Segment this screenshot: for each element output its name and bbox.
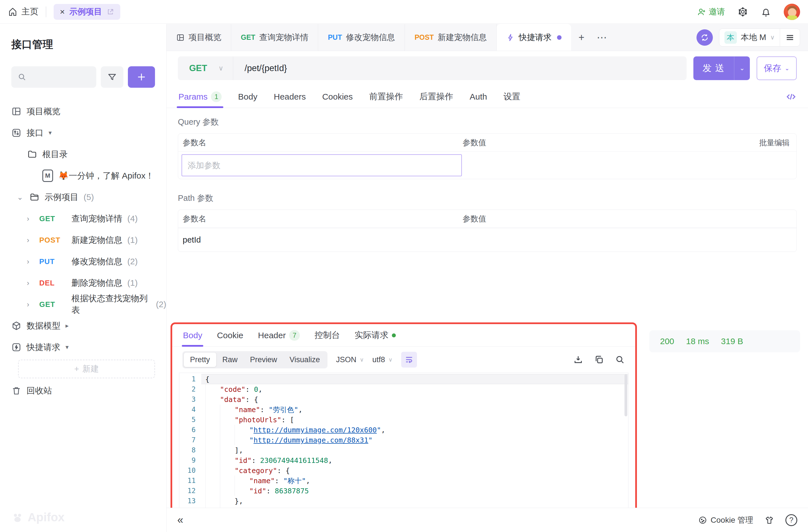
url-input[interactable]: /pet/{petId} <box>233 63 287 73</box>
code-line[interactable]: 8], <box>179 445 628 455</box>
code-view-icon[interactable] <box>786 92 796 102</box>
code-line[interactable]: 6"http://dummyimage.com/120x600", <box>179 425 628 435</box>
view-mode-preview[interactable]: Preview <box>244 353 283 367</box>
request-tab-设置[interactable]: 设置 <box>503 86 520 108</box>
request-tab-Cookies[interactable]: Cookies <box>322 86 353 108</box>
add-param-input[interactable] <box>182 154 462 176</box>
tab-quick-request[interactable]: 快捷请求 <box>497 24 571 51</box>
line-number: 3 <box>179 396 201 403</box>
method-dropdown[interactable]: GET ∨ <box>178 56 233 80</box>
sidebar-doc-item[interactable]: M 🦊一分钟，了解 Apifox！ <box>0 165 166 187</box>
request-tab-Params[interactable]: Params1 <box>179 86 222 108</box>
line-content: "code": 0, <box>201 384 628 394</box>
code-line[interactable]: 5"photoUrls": [ <box>179 415 628 425</box>
indent-guide <box>205 496 220 506</box>
chevron-right-icon[interactable]: › <box>27 279 34 287</box>
filter-button[interactable] <box>101 66 123 88</box>
new-request-button[interactable]: + 新建 <box>18 360 155 378</box>
tab-项目概览[interactable]: 项目概览 <box>167 24 231 51</box>
sidebar-folder-example[interactable]: ⌄ 示例项目 (5) <box>0 187 166 208</box>
code-line[interactable]: 11"name": "称十", <box>179 476 628 486</box>
sidebar-item-quick-request[interactable]: 快捷请求 ▾ <box>0 337 166 358</box>
encoding-dropdown[interactable]: utf8 ∨ <box>372 356 393 364</box>
new-tab-button[interactable]: + <box>571 24 591 51</box>
code-line[interactable]: 3"data": { <box>179 394 628 404</box>
env-menu-button[interactable] <box>780 28 800 46</box>
scrollbar-thumb[interactable] <box>624 374 627 416</box>
search-input[interactable] <box>11 66 96 88</box>
response-tab-控制台[interactable]: 控制台 <box>314 324 340 346</box>
collapse-sidebar-icon[interactable]: « <box>177 514 183 526</box>
external-link-icon[interactable] <box>107 8 114 16</box>
add-button[interactable] <box>128 66 155 88</box>
project-tab[interactable]: × 示例项目 <box>54 4 120 20</box>
sidebar-item-project-overview[interactable]: 项目概览 <box>0 101 166 122</box>
sidebar-endpoint[interactable]: ›PUT修改宠物信息(2) <box>0 251 166 272</box>
response-tab-Body[interactable]: Body <box>183 324 202 346</box>
download-icon[interactable] <box>573 355 583 365</box>
bell-icon[interactable] <box>760 6 771 17</box>
response-tab-Header[interactable]: Header7 <box>258 324 300 346</box>
sidebar-endpoint[interactable]: ›GET查询宠物详情(4) <box>0 208 166 229</box>
format-dropdown[interactable]: JSON ∨ <box>336 356 364 364</box>
home-button[interactable]: 主页 <box>8 6 38 18</box>
close-icon[interactable]: × <box>60 7 65 16</box>
line-content: ], <box>201 445 628 455</box>
sidebar-folder-root[interactable]: 根目录 <box>0 144 166 165</box>
request-tab-后置操作[interactable]: 后置操作 <box>420 86 454 108</box>
param-name-cell[interactable]: petId <box>178 235 462 245</box>
copy-icon[interactable] <box>594 355 604 365</box>
search-icon[interactable] <box>615 355 625 365</box>
save-button[interactable]: 保存 ⌄ <box>757 56 797 80</box>
indent-guide <box>205 486 220 496</box>
code-line[interactable]: 4"name": "劳引色", <box>179 404 628 415</box>
code-line[interactable]: 13}, <box>179 496 628 506</box>
send-dropdown-chevron[interactable]: ⌄ <box>734 56 750 80</box>
chevron-right-icon[interactable]: › <box>27 257 34 266</box>
code-line[interactable]: 2"code": 0, <box>179 384 628 394</box>
code-line[interactable]: 10"category": { <box>179 466 628 476</box>
word-wrap-button[interactable] <box>401 352 417 367</box>
theme-icon[interactable] <box>765 515 774 525</box>
response-tab-label: 实际请求 <box>354 329 388 341</box>
sidebar-endpoint[interactable]: ›POST新建宠物信息(1) <box>0 229 166 251</box>
chevron-right-icon[interactable]: › <box>27 236 34 245</box>
user-avatar[interactable] <box>784 4 800 20</box>
code-line[interactable]: 1{ <box>179 374 628 384</box>
bulk-edit-button[interactable]: 批量编辑 <box>759 138 796 148</box>
view-mode-pretty[interactable]: Pretty <box>184 353 216 367</box>
gear-icon[interactable] <box>737 6 748 17</box>
chevron-right-icon[interactable]: › <box>27 214 34 223</box>
request-tab-Body[interactable]: Body <box>238 86 257 108</box>
sync-button[interactable] <box>697 29 713 46</box>
code-line[interactable]: 12"id": 86387875 <box>179 486 628 496</box>
help-icon[interactable]: ? <box>785 514 797 526</box>
sidebar-item-apis[interactable]: 接口 ▾ <box>0 122 166 144</box>
path-param-row[interactable]: petId <box>178 228 796 252</box>
code-line[interactable]: 9"id": 2306749441611548, <box>179 455 628 466</box>
cookie-manage-button[interactable]: Cookie 管理 <box>698 515 753 526</box>
sidebar-item-label: 快捷请求 <box>26 342 60 353</box>
view-mode-visualize[interactable]: Visualize <box>283 353 326 367</box>
response-tab-实际请求[interactable]: 实际请求 <box>354 324 396 346</box>
sidebar-item-trash[interactable]: 回收站 <box>0 380 166 401</box>
code-line[interactable]: 7"http://dummyimage.com/88x31" <box>179 435 628 445</box>
request-tab-前置操作[interactable]: 前置操作 <box>369 86 403 108</box>
request-tab-Auth[interactable]: Auth <box>470 86 487 108</box>
code-token: "code" <box>220 385 245 394</box>
send-button[interactable]: 发 送 ⌄ <box>693 56 750 80</box>
sidebar-item-data-models[interactable]: 数据模型 ▸ <box>0 315 166 337</box>
tab-修改宠物信息[interactable]: PUT修改宠物信息 <box>318 24 405 51</box>
tab-新建宠物信息[interactable]: POST新建宠物信息 <box>405 24 497 51</box>
chevron-down-icon[interactable]: ⌄ <box>17 193 24 202</box>
environment-dropdown[interactable]: 本 本地 M ∨ <box>719 31 780 44</box>
sidebar-endpoint[interactable]: ›DEL删除宠物信息(1) <box>0 272 166 293</box>
tab-查询宠物详情[interactable]: GET查询宠物详情 <box>231 24 318 51</box>
view-mode-raw[interactable]: Raw <box>216 353 244 367</box>
tab-more-button[interactable]: ⋯ <box>591 24 612 51</box>
sidebar-endpoint[interactable]: ›GET根据状态查找宠物列表(2) <box>0 293 166 315</box>
response-tab-Cookie[interactable]: Cookie <box>217 324 243 346</box>
request-tab-Headers[interactable]: Headers <box>274 86 306 108</box>
chevron-right-icon[interactable]: › <box>27 300 34 309</box>
invite-button[interactable]: 邀请 <box>697 6 725 18</box>
